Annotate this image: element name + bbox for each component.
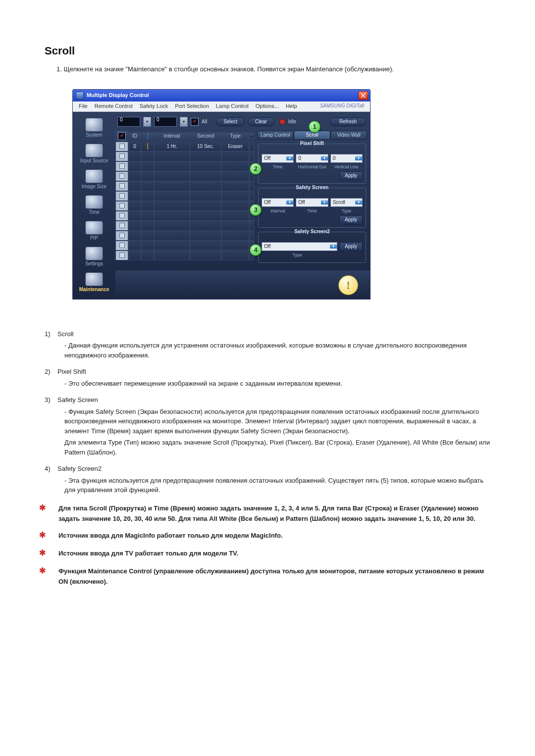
sidebar-item-label: Image Size bbox=[74, 184, 114, 189]
row-checkbox[interactable] bbox=[115, 151, 128, 161]
cell-lamp-icon bbox=[141, 142, 154, 151]
close-icon[interactable] bbox=[358, 91, 368, 100]
sidebar-item-system[interactable]: System bbox=[74, 116, 114, 142]
row-checkbox[interactable] bbox=[115, 201, 128, 211]
sidebar-item-label: Settings bbox=[74, 261, 114, 266]
sidebar-item-input-source[interactable]: Input Source bbox=[74, 142, 114, 167]
sidebar-item-maintenance[interactable]: Maintenance bbox=[74, 270, 114, 296]
pixel-shift-vline-select[interactable]: 0 bbox=[330, 154, 363, 163]
combo1-button[interactable] bbox=[143, 117, 151, 127]
cell-type: Eraser bbox=[221, 142, 249, 151]
label-time: Time bbox=[296, 209, 328, 213]
row-checkbox[interactable] bbox=[115, 221, 128, 231]
apply-button[interactable]: Apply bbox=[339, 171, 363, 180]
safety2-type-select[interactable]: Off bbox=[262, 242, 337, 251]
table-row[interactable] bbox=[115, 201, 254, 211]
apply-button[interactable]: Apply bbox=[339, 215, 363, 224]
row-checkbox[interactable] bbox=[115, 191, 128, 201]
app-icon bbox=[76, 92, 84, 100]
clear-button[interactable]: Clear bbox=[248, 117, 274, 126]
tab-video-wall[interactable]: Video Wall bbox=[330, 131, 367, 140]
menu-safety-lock[interactable]: Safety Lock bbox=[137, 102, 171, 110]
menu-lamp-control[interactable]: Lamp Control bbox=[213, 102, 252, 110]
tab-lamp-control[interactable]: Lamp Control bbox=[257, 131, 294, 140]
table-row[interactable]: 0 1 Hr. 10 Sec. Eraser bbox=[115, 142, 254, 151]
desc-item-3: 3)Safety Screen - Функция Safety Screen … bbox=[45, 395, 490, 457]
brand-label: SAMSUNG DIGITall bbox=[317, 102, 367, 109]
sidebar-item-image-size[interactable]: Image Size bbox=[74, 167, 114, 193]
table-row[interactable] bbox=[115, 181, 254, 191]
content-row: ID Interval Second Type 0 bbox=[115, 131, 370, 270]
all-checkbox[interactable] bbox=[191, 118, 199, 126]
row-checkbox[interactable] bbox=[115, 251, 128, 260]
header-checkbox[interactable] bbox=[118, 132, 126, 140]
pixel-shift-hdot-select[interactable]: 0 bbox=[296, 154, 328, 163]
note-2: ✱Источник ввода для MagicInfo работает т… bbox=[58, 529, 490, 541]
note-4: ✱Функция Maintenance Control (управление… bbox=[58, 565, 490, 587]
menu-file[interactable]: File bbox=[76, 102, 91, 110]
toolbar: 0 0 All Select Clear Idle Refresh bbox=[115, 112, 370, 131]
table-row[interactable] bbox=[115, 231, 254, 241]
col-lamp-icon bbox=[141, 132, 154, 140]
safety-interval-select[interactable]: Off bbox=[262, 198, 294, 207]
row-checkbox[interactable] bbox=[115, 231, 128, 241]
sidebar-item-time[interactable]: Time bbox=[74, 193, 114, 219]
menu-help[interactable]: Help bbox=[283, 102, 300, 110]
refresh-button[interactable]: Refresh bbox=[330, 117, 366, 126]
cell-interval: 1 Hr. bbox=[154, 142, 190, 151]
row-checkbox[interactable] bbox=[115, 171, 128, 181]
table-row[interactable] bbox=[115, 171, 254, 181]
table-row[interactable] bbox=[115, 151, 254, 161]
select-button[interactable]: Select bbox=[216, 117, 245, 126]
sidebar-item-pip[interactable]: PIP bbox=[74, 219, 114, 245]
desc-item-4: 4)Safety Screen2 - Эта функция используе… bbox=[45, 464, 490, 495]
sidebar-item-settings[interactable]: Settings bbox=[74, 245, 114, 270]
combo1-value[interactable]: 0 bbox=[117, 117, 140, 127]
chevron-down-icon bbox=[321, 201, 328, 204]
window-titlebar: Multiple Display Control bbox=[73, 90, 370, 101]
callout-4: 4 bbox=[250, 244, 262, 256]
window-title: Multiple Display Control bbox=[87, 93, 149, 98]
table-row[interactable] bbox=[115, 161, 254, 171]
row-checkbox[interactable] bbox=[115, 211, 128, 221]
sidebar-item-label: Input Source bbox=[74, 158, 114, 163]
table-row[interactable] bbox=[115, 241, 254, 251]
table-row[interactable] bbox=[115, 191, 254, 201]
table-row[interactable] bbox=[115, 211, 254, 221]
menu-port-selection[interactable]: Port Selection bbox=[172, 102, 212, 110]
apply-button[interactable]: Apply bbox=[339, 242, 363, 251]
callout-1: 1 bbox=[309, 121, 321, 133]
row-checkbox[interactable] bbox=[115, 181, 128, 191]
group-safety-screen: 3 Safety Screen Off Off Scroll Interval … bbox=[258, 188, 366, 228]
menu-options[interactable]: Options... bbox=[253, 102, 282, 110]
combo2-value[interactable]: 0 bbox=[154, 117, 177, 127]
group-safety-screen2: 4 Safety Screen2 Off Apply Type bbox=[258, 232, 366, 263]
cell-id: 0 bbox=[128, 142, 141, 151]
row-checkbox[interactable] bbox=[115, 142, 128, 151]
device-table: ID Interval Second Type 0 bbox=[115, 131, 254, 270]
row-checkbox[interactable] bbox=[115, 241, 128, 251]
safety-type-select[interactable]: Scroll bbox=[330, 198, 363, 207]
sidebar-item-label: Time bbox=[74, 210, 114, 215]
combo2-button[interactable] bbox=[180, 117, 188, 127]
menu-remote[interactable]: Remote Control bbox=[92, 102, 136, 110]
status-light-icon bbox=[279, 119, 285, 125]
image-size-icon bbox=[85, 169, 103, 183]
label-hdot: Horizontal Dot bbox=[296, 165, 328, 169]
pixel-shift-time-select[interactable]: Off bbox=[262, 154, 294, 163]
table-row[interactable] bbox=[115, 221, 254, 231]
scroll-up-icon[interactable] bbox=[249, 133, 254, 139]
page-title: Scroll bbox=[45, 45, 490, 57]
table-row[interactable] bbox=[115, 251, 254, 260]
safety-time-select[interactable]: Off bbox=[296, 198, 328, 207]
row-checkbox[interactable] bbox=[115, 161, 128, 171]
chevron-down-icon bbox=[330, 245, 337, 249]
col-id: ID bbox=[128, 132, 141, 140]
table-header: ID Interval Second Type bbox=[115, 131, 254, 142]
callout-3: 3 bbox=[250, 204, 262, 216]
idle-label: Idle bbox=[288, 119, 296, 124]
group-title: Pixel Shift bbox=[259, 141, 366, 146]
sidebar-item-label: PIP bbox=[74, 236, 114, 241]
cell-second: 10 Sec. bbox=[190, 142, 221, 151]
screenshot: Multiple Display Control File Remote Con… bbox=[72, 89, 490, 300]
